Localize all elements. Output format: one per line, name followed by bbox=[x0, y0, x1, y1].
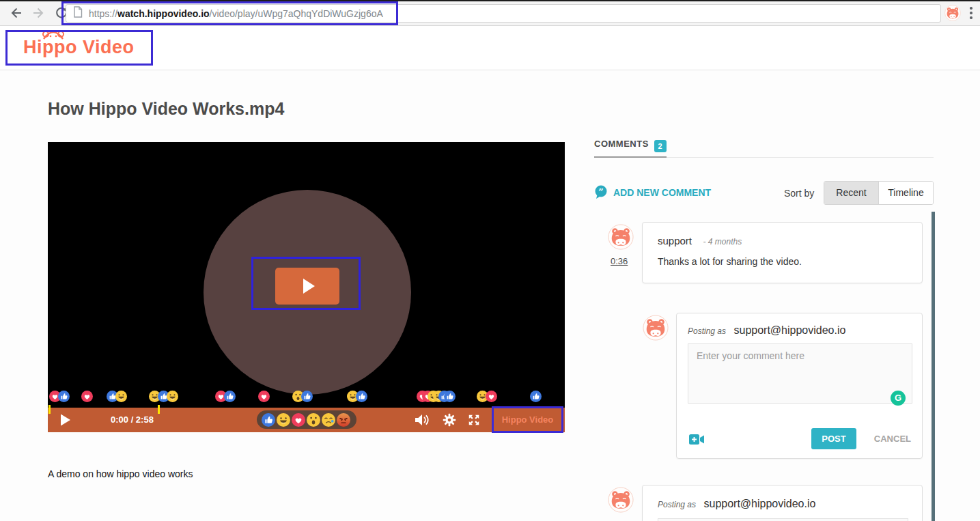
hippo-video-logo[interactable]: Hippo Video bbox=[23, 37, 135, 58]
timeline-reactions-row bbox=[48, 391, 565, 403]
profile-avatar-icon[interactable] bbox=[944, 5, 961, 21]
comment-form-card: Posting as support@hippovideo.io G POST … bbox=[676, 313, 923, 459]
timeline-reaction-cluster bbox=[347, 391, 367, 402]
posting-as-email: support@hippovideo.io bbox=[734, 324, 846, 336]
like-reaction-icon bbox=[444, 391, 456, 402]
add-new-comment-button[interactable]: ” ADD NEW COMMENT bbox=[594, 185, 711, 199]
cancel-button[interactable]: CANCEL bbox=[874, 434, 911, 444]
settings-gear-icon[interactable] bbox=[443, 413, 456, 430]
like-reaction-icon bbox=[356, 391, 367, 402]
browser-menu-icon[interactable] bbox=[970, 7, 972, 21]
comments-actions-row: ” ADD NEW COMMENT Sort by Recent Timelin… bbox=[594, 181, 934, 206]
comment-input[interactable] bbox=[658, 518, 908, 521]
timeline-reaction-cluster bbox=[215, 391, 236, 402]
sort-button-group: Recent Timeline bbox=[824, 181, 934, 205]
comment-bubble-icon: ” bbox=[594, 185, 608, 199]
player-watermark: Hippo Video bbox=[492, 408, 563, 432]
commenter-avatar bbox=[608, 224, 634, 250]
comments-tab-row: COMMENTS2 bbox=[594, 139, 934, 158]
time-display: 0:00 / 2:58 bbox=[111, 408, 154, 432]
timeline-comment-marker[interactable] bbox=[158, 405, 160, 414]
comment-input[interactable] bbox=[688, 343, 912, 404]
video-player: 0:00 / 2:58 bbox=[48, 142, 565, 432]
timeline-reaction-cluster bbox=[149, 391, 178, 402]
sad-reaction-icon[interactable] bbox=[322, 413, 335, 427]
svg-text:”: ” bbox=[598, 187, 603, 197]
sort-timeline-button[interactable]: Timeline bbox=[878, 182, 933, 204]
laugh-reaction-icon bbox=[115, 391, 127, 402]
video-screen[interactable] bbox=[48, 142, 565, 408]
heart-reaction-icon[interactable] bbox=[292, 413, 305, 427]
timeline-reaction-cluster bbox=[258, 391, 270, 402]
like-reaction-icon bbox=[58, 391, 70, 402]
big-play-button[interactable] bbox=[275, 268, 339, 305]
comments-count-badge: 2 bbox=[654, 140, 667, 152]
video-title: How Hippo Video Works.mp4 bbox=[48, 99, 284, 119]
like-reaction-icon bbox=[530, 391, 542, 402]
play-button-icon[interactable] bbox=[59, 413, 72, 427]
comments-tab-label: COMMENTS bbox=[594, 139, 649, 149]
heart-reaction-icon bbox=[486, 391, 497, 402]
comment-card: support - 4 months Thanks a lot for shar… bbox=[642, 222, 923, 283]
timeline-reaction-cluster bbox=[530, 391, 542, 402]
comments-scrollbar[interactable] bbox=[932, 212, 935, 521]
window-top-edge bbox=[0, 0, 980, 1]
like-reaction-icon[interactable] bbox=[262, 413, 275, 427]
like-reaction-icon bbox=[224, 391, 236, 402]
timeline-reaction-cluster bbox=[292, 391, 313, 402]
page-icon bbox=[73, 6, 83, 20]
tab-comments[interactable]: COMMENTS2 bbox=[594, 139, 667, 152]
laugh-reaction-icon[interactable] bbox=[277, 413, 290, 427]
posting-as-label: Posting as bbox=[658, 500, 696, 509]
url-text: https://watch.hippovideo.io/video/play/u… bbox=[89, 8, 383, 19]
active-tab-underline bbox=[594, 156, 667, 158]
add-new-comment-label: ADD NEW COMMENT bbox=[613, 187, 711, 198]
play-triangle-icon bbox=[303, 279, 315, 294]
post-button[interactable]: POST bbox=[811, 428, 856, 449]
grammarly-icon[interactable]: G bbox=[891, 391, 906, 406]
volume-icon[interactable] bbox=[414, 412, 432, 430]
heart-reaction-icon bbox=[81, 391, 93, 402]
like-reaction-icon bbox=[301, 391, 313, 402]
timeline-comment-marker[interactable] bbox=[48, 405, 51, 414]
comment-video-timestamp-link[interactable]: 0:36 bbox=[611, 256, 628, 266]
sort-recent-button[interactable]: Recent bbox=[824, 182, 878, 204]
timeline-reaction-cluster bbox=[49, 391, 70, 402]
forward-icon[interactable] bbox=[31, 5, 46, 20]
angry-reaction-icon[interactable] bbox=[337, 413, 350, 427]
current-user-avatar bbox=[608, 487, 634, 513]
posting-as-email: support@hippovideo.io bbox=[704, 498, 816, 509]
timeline-reaction-cluster bbox=[81, 391, 93, 402]
heart-reaction-icon bbox=[258, 391, 270, 402]
sort-by-label: Sort by bbox=[784, 188, 814, 199]
timeline-reaction-cluster bbox=[477, 391, 497, 402]
logo-text: Hippo Video bbox=[23, 37, 135, 57]
comment-author: support bbox=[658, 235, 692, 247]
add-video-reply-icon[interactable] bbox=[689, 434, 705, 448]
hippo-face-icon bbox=[41, 28, 66, 40]
comment-text: Thanks a lot for sharing the video. bbox=[658, 256, 907, 267]
current-user-avatar bbox=[643, 315, 669, 341]
page-content: How Hippo Video Works.mp4 bbox=[0, 70, 980, 521]
back-icon[interactable] bbox=[8, 5, 23, 20]
video-description: A demo on how hippo video works bbox=[48, 468, 193, 479]
fullscreen-icon[interactable] bbox=[467, 413, 481, 430]
surprised-reaction-icon[interactable] bbox=[307, 413, 320, 427]
posting-as-label: Posting as bbox=[688, 326, 726, 336]
laugh-reaction-icon bbox=[167, 391, 178, 402]
browser-toolbar: https://watch.hippovideo.io/video/play/u… bbox=[0, 0, 980, 26]
timeline-reaction-cluster bbox=[107, 391, 127, 402]
comment-age: - 4 months bbox=[703, 237, 742, 247]
url-bar[interactable]: https://watch.hippovideo.io/video/play/u… bbox=[66, 4, 941, 23]
timeline-reaction-cluster bbox=[417, 391, 456, 402]
second-comment-form-card: Posting as support@hippovideo.io bbox=[642, 485, 923, 521]
comment-form-footer: POST CANCEL bbox=[688, 428, 911, 450]
player-control-bar: 0:00 / 2:58 bbox=[48, 408, 565, 432]
reaction-picker-pill bbox=[257, 410, 356, 429]
site-header: Hippo Video bbox=[0, 26, 980, 70]
